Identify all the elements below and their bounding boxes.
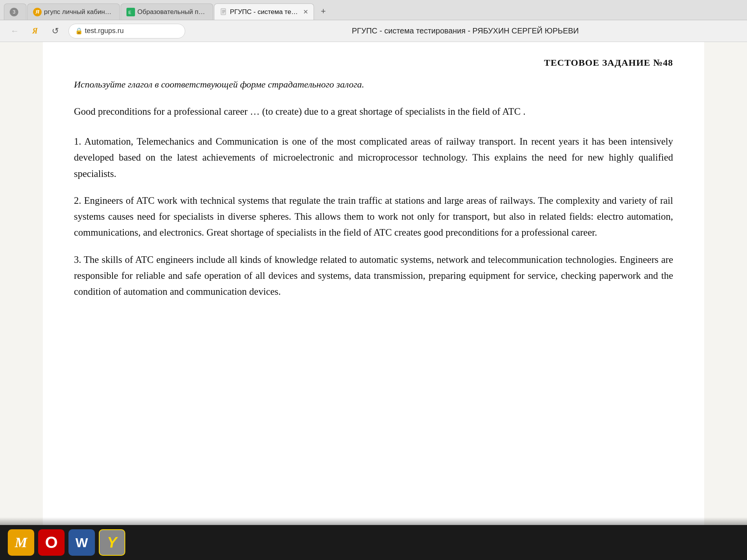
refresh-button[interactable]: ↺ bbox=[48, 24, 62, 38]
taskbar-word-icon[interactable]: W bbox=[68, 529, 95, 556]
address-bar: ← Я ↺ 🔒 test.rgups.ru РГУПС - система те… bbox=[0, 20, 747, 42]
paragraph-1: 1. Automation, Telemechanics and Communi… bbox=[74, 133, 673, 182]
browser-window: 3 Я ргупс личный кабинет — E Образовател… bbox=[0, 0, 747, 560]
tab-doc-icon bbox=[220, 8, 228, 16]
add-tab-button[interactable]: + bbox=[316, 4, 330, 18]
address-input[interactable]: 🔒 test.rgups.ru bbox=[68, 24, 185, 38]
tab-ya-icon: Я bbox=[33, 8, 42, 16]
tab-1[interactable]: 3 bbox=[4, 4, 26, 20]
svg-text:E: E bbox=[128, 10, 131, 15]
tab-edu-icon: E bbox=[126, 8, 135, 16]
taskbar-opera-icon[interactable]: O bbox=[38, 529, 65, 556]
tab-bar: 3 Я ргупс личный кабинет — E Образовател… bbox=[0, 0, 747, 20]
tab-edu-label: Образовательный порта bbox=[137, 8, 207, 16]
address-text: test.rgups.ru bbox=[85, 27, 124, 35]
test-prompt: Good preconditions for a professional ca… bbox=[74, 104, 673, 119]
tab-close-button[interactable]: ✕ bbox=[303, 8, 308, 16]
taskbar-yandex-icon[interactable]: Y bbox=[99, 529, 125, 556]
taskbar-metro-icon[interactable]: М bbox=[8, 529, 34, 556]
paragraph-2: 2. Engineers of ATC work with technical … bbox=[74, 192, 673, 241]
browser-content-area: ТЕСТОВОЕ ЗАДАНИЕ №48 Используйте глагол … bbox=[0, 42, 747, 560]
back-button[interactable]: ← bbox=[8, 24, 22, 38]
lock-icon: 🔒 bbox=[75, 27, 83, 35]
test-instruction: Используйте глагол в соответствующей фор… bbox=[74, 77, 673, 91]
tab-rgups-cabinet[interactable]: Я ргупс личный кабинет — bbox=[27, 4, 120, 20]
tab-rgups-test[interactable]: РГУПС - система тести ✕ bbox=[214, 4, 314, 20]
page-shadow bbox=[0, 517, 747, 525]
page-content: ТЕСТОВОЕ ЗАДАНИЕ №48 Используйте глагол … bbox=[0, 42, 747, 560]
paragraph-3: 3. The skills of ATC engineers include a… bbox=[74, 252, 673, 300]
test-container: ТЕСТОВОЕ ЗАДАНИЕ №48 Используйте глагол … bbox=[43, 42, 704, 560]
tab-edu[interactable]: E Образовательный порта bbox=[121, 4, 213, 20]
page-title: РГУПС - система тестирования - РЯБУХИН С… bbox=[191, 26, 739, 35]
test-text-block: 1. Automation, Telemechanics and Communi… bbox=[74, 133, 673, 299]
taskbar: М O W Y bbox=[0, 525, 747, 560]
tab-rgups-cabinet-label: ргупс личный кабинет — bbox=[44, 8, 114, 16]
tab-rgups-test-label: РГУПС - система тести bbox=[230, 8, 300, 16]
ya-browser-button[interactable]: Я bbox=[28, 24, 42, 38]
tab-number-icon: 3 bbox=[10, 8, 18, 16]
test-header: ТЕСТОВОЕ ЗАДАНИЕ №48 bbox=[74, 58, 673, 68]
